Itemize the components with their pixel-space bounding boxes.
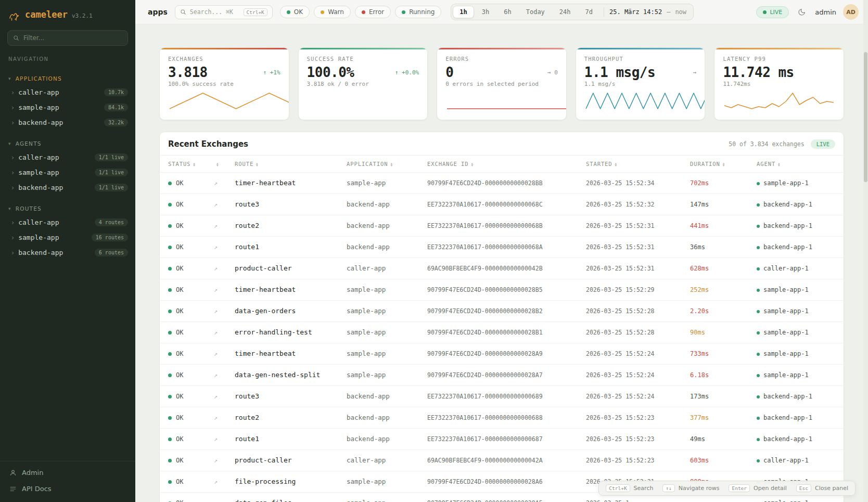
started-cell: 2026-03-25 15:52:31 [582, 258, 686, 279]
exchange-row[interactable]: OK ↗ timer-heartbeat sample-app 90799F47… [160, 173, 844, 194]
exchange-row[interactable]: OK ↗ timer-heartbeat sample-app 90799F47… [160, 343, 844, 365]
exchange-count: 50 of 3.834 exchanges [729, 140, 804, 148]
dark-mode-toggle[interactable] [796, 6, 808, 18]
agent-cell: backend-app-1 [752, 386, 844, 407]
exchange-row[interactable]: OK ↗ route1 backend-app EE7322370A10617-… [160, 237, 844, 258]
open-detail-icon[interactable]: ↗ [214, 350, 218, 357]
range-3h[interactable]: 3h [475, 6, 496, 18]
open-detail-icon[interactable]: ↗ [214, 329, 218, 336]
filter-input[interactable] [23, 34, 122, 42]
search-icon [180, 9, 186, 15]
scrollbar-thumb[interactable] [864, 52, 867, 182]
open-detail-icon[interactable]: ↗ [214, 478, 218, 485]
agent-cell: sample-app-1 [752, 365, 844, 386]
open-detail-icon[interactable]: ↗ [214, 435, 218, 443]
open-detail-icon[interactable]: ↗ [214, 243, 218, 251]
status-ok-dot [168, 352, 172, 356]
exchange-row[interactable]: OK ↗ route3 backend-app EE7322370A10617-… [160, 194, 844, 215]
exchange-row[interactable]: OK ↗ timer-heartbeat sample-app 90799F47… [160, 279, 844, 301]
exchange-row[interactable]: OK ↗ route3 backend-app EE7322370A10617-… [160, 386, 844, 407]
item-count-badge: 1/1 live [95, 153, 128, 161]
exchange-row[interactable]: OK ↗ route2 backend-app EE7322370A10617-… [160, 215, 844, 237]
open-detail-icon[interactable]: ↗ [214, 265, 218, 272]
started-cell: 2026-03-25 15:52:23 [582, 407, 686, 429]
open-detail-icon[interactable]: ↗ [214, 179, 218, 187]
agent-live-dot [757, 395, 760, 398]
chevron-right-icon: › [11, 184, 14, 191]
column-header-route[interactable]: ROUTE▲▼ [231, 156, 342, 173]
status-filter-error[interactable]: Error [355, 6, 391, 18]
card-label: LATENCY P99 [723, 56, 835, 62]
open-detail-icon[interactable]: ↗ [214, 286, 218, 293]
column-header-status[interactable]: STATUS▲▼ [160, 156, 210, 173]
topbar-right: LIVE admin AD [756, 4, 859, 20]
sidebar-item-routes-sample-app[interactable]: › sample-app 16 routes [0, 230, 135, 245]
open-detail-icon[interactable]: ↗ [214, 307, 218, 315]
sidebar-item-agents-sample-app[interactable]: › sample-app 1/1 live [0, 165, 135, 180]
application-cell: backend-app [342, 407, 423, 429]
open-detail-icon[interactable]: ↗ [214, 371, 218, 379]
open-detail-icon[interactable]: ↗ [214, 414, 218, 421]
section-header-applications[interactable]: ▾ APPLICATIONS [0, 73, 135, 85]
status-filter-warn[interactable]: Warn [314, 6, 351, 18]
chevron-right-icon: › [11, 234, 14, 241]
open-detail-icon[interactable]: ↗ [214, 201, 218, 208]
section-header-agents[interactable]: ▾ AGENTS [0, 138, 135, 150]
sidebar-item-routes-caller-app[interactable]: › caller-app 4 routes [0, 215, 135, 230]
exchange-row[interactable]: OK ↗ route1 backend-app EE7322370A10617-… [160, 429, 844, 450]
card-subtitle: 3.818 ok / 0 error [307, 81, 419, 87]
sidebar-nav: ▾ APPLICATIONS › caller-app 10.7k › samp… [0, 65, 135, 461]
avatar[interactable]: AD [843, 4, 859, 20]
status-filter-ok[interactable]: OK [280, 6, 310, 18]
search-input[interactable] [190, 8, 240, 16]
section-header-routes[interactable]: ▾ ROUTES [0, 203, 135, 215]
agent-live-dot [757, 331, 760, 334]
sidebar-item-applications-sample-app[interactable]: › sample-app 84.1k [0, 100, 135, 115]
agent-cell: sample-app-1 [752, 322, 844, 343]
exchange-row[interactable]: OK ↗ product-caller caller-app 69AC90BF8… [160, 450, 844, 471]
open-detail-icon[interactable]: ↗ [214, 393, 218, 400]
scrollbar[interactable] [863, 0, 868, 502]
sidebar-footer-admin[interactable]: Admin [9, 469, 126, 477]
sidebar-item-applications-backend-app[interactable]: › backend-app 32.2k [0, 115, 135, 130]
open-detail-icon[interactable]: ↗ [214, 499, 218, 502]
sidebar-filter[interactable] [7, 30, 128, 46]
status-filter-running[interactable]: Running [395, 6, 441, 18]
column-header-expand[interactable]: ▲▼ [210, 156, 231, 173]
logo[interactable]: cameleer v3.2.1 [0, 8, 135, 30]
sidebar-footer-api-docs[interactable]: API Docs [9, 485, 126, 493]
datetime-separator: — [667, 8, 670, 16]
global-search[interactable]: Ctrl+K [175, 5, 273, 19]
exchange-row[interactable]: OK ↗ product-caller caller-app 69AC90BF8… [160, 258, 844, 279]
sidebar-item-agents-caller-app[interactable]: › caller-app 1/1 live [0, 150, 135, 165]
item-count-badge: 16 routes [92, 234, 128, 241]
open-detail-icon[interactable]: ↗ [214, 222, 218, 229]
column-header-agent[interactable]: AGENT▲▼ [752, 156, 844, 173]
exchange-row[interactable]: OK ↗ data-gen-orders sample-app 90799F47… [160, 301, 844, 322]
exchange-row[interactable]: OK ↗ data-gen-nested-split sample-app 90… [160, 365, 844, 386]
sort-icon: ▲▼ [256, 162, 259, 166]
shortcut-hint-navigate-rows: ↑↓ Navigate rows [662, 484, 719, 492]
column-header-duration[interactable]: DURATION▲▼ [686, 156, 752, 173]
range-6h[interactable]: 6h [497, 6, 518, 18]
sidebar-item-agents-backend-app[interactable]: › backend-app 1/1 live [0, 180, 135, 195]
open-detail-icon[interactable]: ↗ [214, 457, 218, 464]
column-header-started[interactable]: STARTED▲▼ [582, 156, 686, 173]
range-today[interactable]: Today [519, 6, 552, 18]
agent-cell: sample-app-1 [752, 279, 844, 301]
exchange-id-cell: EE7322370A10617-000000000000068C [423, 194, 582, 215]
range-24h[interactable]: 24h [553, 6, 578, 18]
card-delta: → 0 [547, 69, 558, 76]
column-header-application[interactable]: APPLICATION▲▼ [342, 156, 423, 173]
keyboard-hints: Ctrl+K Search ↑↓ Navigate rows Enter Ope… [598, 481, 856, 496]
column-header-exchange-id[interactable]: EXCHANGE ID▲▼ [423, 156, 582, 173]
sidebar-item-routes-backend-app[interactable]: › backend-app 6 routes [0, 245, 135, 260]
sparkline [723, 89, 835, 111]
route-cell: data-gen-files [231, 493, 342, 502]
exchange-row[interactable]: OK ↗ route2 backend-app EE7322370A10617-… [160, 407, 844, 429]
exchange-row[interactable]: OK ↗ error-handling-test sample-app 9079… [160, 322, 844, 343]
sidebar-item-applications-caller-app[interactable]: › caller-app 10.7k [0, 85, 135, 100]
chevron-right-icon: › [11, 249, 14, 256]
range-1h[interactable]: 1h [453, 6, 474, 18]
range-7d[interactable]: 7d [579, 6, 599, 18]
